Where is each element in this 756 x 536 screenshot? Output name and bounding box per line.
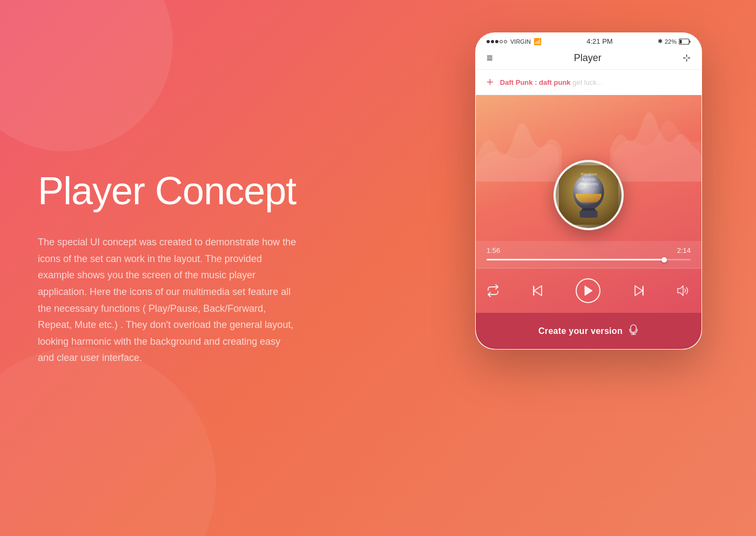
svg-marker-13 bbox=[678, 286, 683, 296]
cta-icon bbox=[628, 324, 639, 338]
signal-dot-2 bbox=[491, 40, 494, 43]
progress-thumb[interactable] bbox=[662, 257, 667, 263]
signal-dot-3 bbox=[495, 40, 498, 43]
left-panel: Player Concept The special UI concept wa… bbox=[0, 0, 335, 536]
status-right: ✱ 22% bbox=[658, 38, 691, 45]
svg-rect-9 bbox=[533, 286, 535, 296]
nav-bar: ≡ Player ⊹ bbox=[476, 49, 701, 70]
svg-rect-12 bbox=[642, 286, 644, 296]
progress-bar[interactable] bbox=[487, 259, 691, 260]
progress-fill bbox=[487, 259, 664, 260]
current-time: 1:56 bbox=[487, 246, 500, 254]
svg-rect-14 bbox=[631, 325, 636, 332]
status-bar: VIRGIN 📶 4:21 PM ✱ 22% bbox=[476, 33, 701, 49]
svg-rect-1 bbox=[689, 41, 690, 43]
time-labels: 1:56 2:14 bbox=[487, 246, 691, 254]
signal-dots bbox=[487, 40, 507, 43]
battery-icon bbox=[679, 38, 691, 45]
album-label: RandomAccessMemories bbox=[579, 172, 598, 186]
progress-section: 1:56 2:14 bbox=[476, 241, 701, 268]
phone-body: VIRGIN 📶 4:21 PM ✱ 22% ≡ Player ⊹ + bbox=[475, 32, 702, 350]
wifi-icon: 📶 bbox=[534, 38, 542, 45]
bluetooth-icon: ✱ bbox=[658, 38, 663, 45]
svg-marker-8 bbox=[534, 286, 542, 296]
play-button[interactable] bbox=[576, 278, 600, 303]
song-bar: + Daft Punk : daft punk get luck... bbox=[476, 70, 701, 95]
page-description: The special UI concept was created to de… bbox=[38, 234, 297, 366]
prev-button[interactable] bbox=[531, 284, 544, 297]
total-time: 2:14 bbox=[677, 246, 691, 254]
cta-text: Create your version bbox=[538, 326, 623, 336]
filter-icon[interactable]: ⊹ bbox=[683, 52, 691, 64]
signal-dot-1 bbox=[487, 40, 490, 43]
menu-icon[interactable]: ≡ bbox=[487, 52, 493, 63]
artist-name: Daft Punk : daft punk bbox=[500, 78, 571, 86]
signal-dot-4 bbox=[500, 40, 503, 43]
signal-dot-5 bbox=[504, 40, 507, 43]
add-icon[interactable]: + bbox=[487, 75, 494, 89]
volume-button[interactable] bbox=[677, 285, 691, 297]
status-time: 4:21 PM bbox=[586, 37, 612, 45]
phone-mockup: VIRGIN 📶 4:21 PM ✱ 22% ≡ Player ⊹ + bbox=[475, 32, 702, 350]
carrier-name: VIRGIN bbox=[510, 38, 531, 45]
svg-rect-2 bbox=[679, 39, 681, 43]
player-area: RandomAccessMemories 1:56 2:14 bbox=[476, 95, 701, 313]
cta-footer[interactable]: Create your version bbox=[476, 313, 701, 349]
nav-title: Player bbox=[574, 52, 602, 64]
repeat-button[interactable] bbox=[487, 284, 500, 297]
status-left: VIRGIN 📶 bbox=[487, 38, 542, 45]
next-button[interactable] bbox=[632, 284, 645, 297]
album-art: RandomAccessMemories bbox=[554, 160, 624, 230]
album-art-container: RandomAccessMemories bbox=[476, 160, 701, 241]
page-title: Player Concept bbox=[38, 170, 297, 212]
track-name: get luck... bbox=[571, 78, 603, 86]
song-title: Daft Punk : daft punk get luck... bbox=[500, 78, 603, 86]
battery-level: 22% bbox=[665, 38, 677, 45]
svg-rect-6 bbox=[580, 211, 598, 218]
svg-marker-11 bbox=[635, 286, 643, 296]
svg-marker-10 bbox=[585, 286, 592, 296]
controls-section bbox=[476, 269, 701, 313]
